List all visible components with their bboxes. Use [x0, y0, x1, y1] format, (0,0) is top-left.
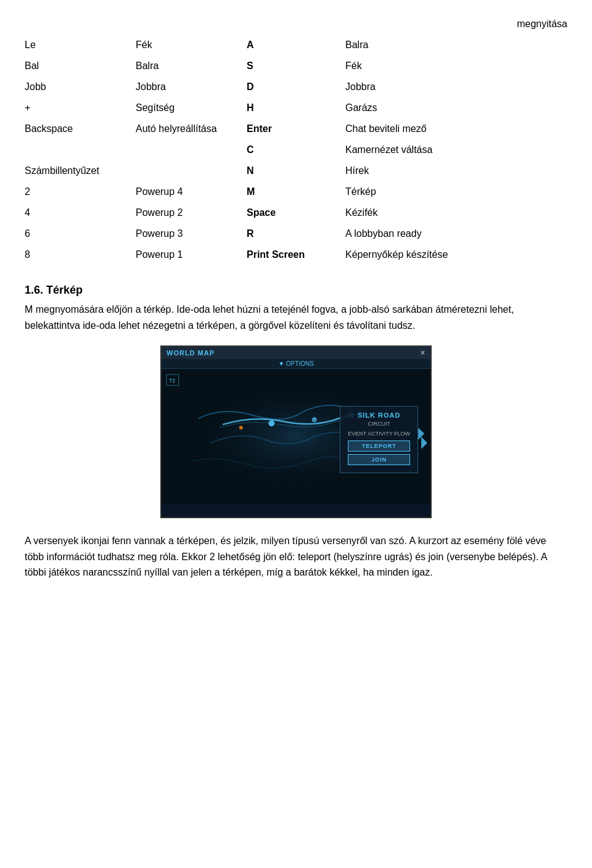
map-join-button[interactable]: JOIN: [348, 454, 410, 465]
key-col: 4: [25, 202, 136, 223]
key2-col: M: [247, 181, 345, 202]
map-title: WORLD MAP: [166, 349, 215, 357]
key2-col: C: [247, 139, 345, 160]
action-col: Powerup 4: [136, 181, 247, 202]
key2-col: Print Screen: [247, 244, 345, 265]
action-col: Fék: [136, 35, 247, 56]
key2-col: D: [247, 76, 345, 97]
action-col: Powerup 2: [136, 202, 247, 223]
action2-col: Fék: [345, 56, 567, 76]
key-col: 6: [25, 223, 136, 244]
key2-col: Space: [247, 202, 345, 223]
key2-col: R: [247, 223, 345, 244]
action2-col: Kamernézet váltása: [345, 139, 567, 160]
action2-col: Kézifék: [345, 202, 567, 223]
key-col: Le: [25, 35, 136, 56]
keybind-row: Bal Balra S Fék: [25, 56, 567, 76]
key-col: [25, 139, 136, 160]
world-map-image: WORLD MAP × ▼ OPTIONS: [160, 345, 432, 518]
action2-col: Garázs: [345, 97, 567, 118]
map-activity: EVENT ACTIVITY FLOW: [348, 431, 410, 437]
map-canvas: T2 SILK ROAD CIRCUIT EVENT ACTIVITY FLOW…: [162, 369, 430, 505]
svg-text:T2: T2: [169, 378, 175, 384]
map-circuit: CIRCUIT: [348, 421, 410, 427]
key2-col: S: [247, 56, 345, 76]
svg-point-4: [239, 426, 243, 429]
key-col: Jobb: [25, 76, 136, 97]
keybind-row: C Kamernézet váltása: [25, 139, 567, 160]
keybind-row: Backspace Autó helyreállítása Enter Chat…: [25, 118, 567, 139]
action2-col: A lobbyban ready: [345, 223, 567, 244]
keybind-row: Számbillentyűzet N Hírek: [25, 160, 567, 181]
section-header: 1.6. Térkép: [25, 284, 567, 297]
key2-col: N: [247, 160, 345, 181]
keybind-row: 2 Powerup 4 M Térkép: [25, 181, 567, 202]
keybind-row: 6 Powerup 3 R A lobbyban ready: [25, 223, 567, 244]
keybind-row: Jobb Jobbra D Jobbra: [25, 76, 567, 97]
keybind-row: 4 Powerup 2 Space Kézifék: [25, 202, 567, 223]
action-col: Autó helyreállítása: [136, 118, 247, 139]
key-col: 2: [25, 181, 136, 202]
section-body1: A versenyek ikonjai fenn vannak a térkép…: [25, 533, 567, 581]
action-col: Balra: [136, 56, 247, 76]
key-col: 8: [25, 244, 136, 265]
map-options-label[interactable]: ▼ OPTIONS: [278, 360, 314, 367]
keybind-row: Le Fék A Balra: [25, 35, 567, 56]
map-close-icon[interactable]: ×: [421, 349, 426, 357]
map-name: SILK ROAD: [348, 411, 410, 419]
action-col: Segítség: [136, 97, 247, 118]
action-col: Jobbra: [136, 76, 247, 97]
svg-point-1: [268, 420, 274, 426]
map-teleport-button[interactable]: TELEPORT: [348, 440, 410, 452]
svg-marker-7: [421, 437, 427, 449]
key-col: Bal: [25, 56, 136, 76]
keybind-table: Le Fék A Balra Bal Balra S Fék Jobb Jobb…: [25, 35, 567, 265]
key2-col: H: [247, 97, 345, 118]
key-col: Számbillentyűzet: [25, 160, 136, 181]
key-col: Backspace: [25, 118, 136, 139]
action2-col: Balra: [345, 35, 567, 56]
action2-col: Hírek: [345, 160, 567, 181]
action2-col: Jobbra: [345, 76, 567, 97]
keybind-row: + Segítség H Garázs: [25, 97, 567, 118]
key2-col: Enter: [247, 118, 345, 139]
key2-col: A: [247, 35, 345, 56]
action-col: [136, 139, 247, 160]
action-col: Powerup 3: [136, 223, 247, 244]
top-label: megnyitása: [25, 19, 567, 30]
action2-col: Chat beviteli mező: [345, 118, 567, 139]
keybind-row: 8 Powerup 1 Print Screen Képernyőkép kés…: [25, 244, 567, 265]
svg-point-2: [312, 417, 317, 422]
section-intro: M megnyomására előjön a térkép. Ide-oda …: [25, 302, 567, 333]
action2-col: Térkép: [345, 181, 567, 202]
action-col: Powerup 1: [136, 244, 247, 265]
map-image-container: WORLD MAP × ▼ OPTIONS: [25, 345, 567, 521]
map-info-panel: SILK ROAD CIRCUIT EVENT ACTIVITY FLOW TE…: [340, 406, 418, 473]
action2-col: Képernyőkép készítése: [345, 244, 567, 265]
action-col: [136, 160, 247, 181]
key-col: +: [25, 97, 136, 118]
